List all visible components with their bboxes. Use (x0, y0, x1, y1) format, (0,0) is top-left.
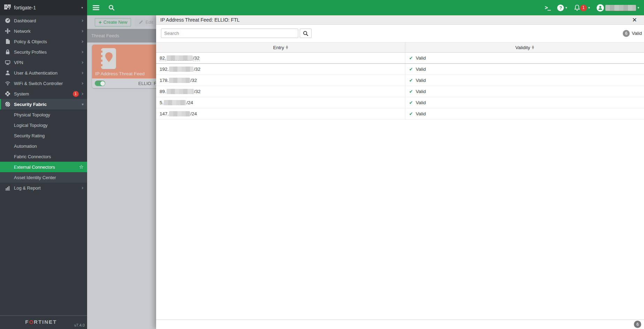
sidebar-item-security-fabric[interactable]: Security Fabric ▾ (0, 99, 87, 109)
table-row[interactable]: 147./24 ✔Valid (156, 108, 644, 120)
sidebar-item-physical-topology[interactable]: Physical Topology (0, 109, 87, 120)
bell-icon (574, 5, 580, 11)
chevron-right-icon: › (82, 39, 84, 44)
sidebar-item-system[interactable]: System 1 › (0, 89, 87, 99)
edit-button[interactable]: Edit (135, 18, 157, 26)
sidebar-item-fabric-connectors[interactable]: Fabric Connectors (0, 151, 87, 162)
threat-feed-type-label: IP Address Threat Feed (95, 71, 145, 76)
sidebar-item-label: Security Rating (14, 133, 45, 138)
chevron-down-icon: ▾ (588, 6, 590, 9)
redacted-ip-segment (169, 67, 193, 72)
sidebar-item-label: User & Authentication (14, 70, 58, 76)
sidebar-item-label: VPN (14, 60, 23, 65)
notifications-menu[interactable]: 1 ▾ (574, 5, 590, 11)
column-header-entry[interactable]: Entry ▲▼ (156, 43, 405, 52)
notification-count-badge: 1 (580, 5, 587, 11)
help-icon: ? (557, 5, 564, 11)
sidebar-item-label: Network (14, 29, 31, 34)
sidebar-item-network[interactable]: Network › (0, 26, 87, 36)
threat-feed-card-top: IP Address Threat Feed (92, 45, 166, 78)
column-header-validity[interactable]: Validity ▲▼ (405, 43, 644, 52)
threat-feed-card-footer: ELLIO: FTL (92, 78, 166, 88)
chevron-right-icon: › (82, 28, 84, 34)
close-icon[interactable]: ✕ (632, 17, 637, 23)
chevron-right-icon: › (82, 185, 84, 191)
topbar: >_ ? ▾ 1 ▾ ▾ (87, 0, 644, 15)
sidebar-item-dashboard[interactable]: Dashboard › (0, 15, 87, 26)
hamburger-menu-icon[interactable] (93, 5, 99, 10)
security-fabric-icon (5, 101, 11, 107)
sidebar-item-user-authentication[interactable]: User & Authentication › (0, 68, 87, 78)
enable-toggle[interactable] (95, 81, 105, 86)
search-input[interactable] (161, 29, 298, 38)
dashboard-icon (5, 18, 11, 23)
panel-title: IP Address Threat Feed: ELLIO: FTL (160, 17, 240, 23)
entry-cell: 5./24 (156, 97, 405, 108)
entry-cell: 82./32 (156, 53, 405, 63)
cli-console-icon[interactable]: >_ (545, 5, 550, 11)
check-icon: ✔ (409, 55, 413, 61)
entry-cell: 147./24 (156, 108, 405, 119)
monitor-icon (5, 60, 11, 65)
redacted-ip-segment (169, 111, 190, 116)
user-icon (5, 70, 11, 76)
chevron-right-icon: › (82, 18, 84, 23)
fortios-app: fortigate-1 ▾ Dashboard › Network › Poli… (0, 0, 644, 329)
search-submit-button[interactable] (300, 29, 312, 38)
favorite-star-icon[interactable]: ☆ (79, 164, 84, 170)
fortinet-logo: FORTINET (25, 319, 57, 325)
pencil-icon (139, 20, 143, 24)
sidebar-item-label: Logical Topology (14, 123, 48, 128)
address-book-pin-icon (98, 48, 116, 69)
chevron-down-icon: ▾ (637, 6, 639, 9)
check-icon: ✔ (409, 67, 413, 72)
threat-feed-card[interactable]: IP Address Threat Feed ELLIO: FTL (92, 45, 166, 88)
sidebar-item-log-report[interactable]: Log & Report › (0, 183, 87, 193)
sidebar-item-security-rating[interactable]: Security Rating (0, 130, 87, 141)
sidebar-item-label: Policy & Objects (14, 39, 47, 44)
user-menu[interactable]: ▾ (597, 4, 639, 12)
system-alert-badge: 1 (73, 91, 79, 97)
sidebar-item-logical-topology[interactable]: Logical Topology (0, 120, 87, 130)
panel-footer: 6 (156, 320, 644, 329)
valid-count-badge: 6 (623, 30, 630, 37)
validity-cell: ✔Valid (405, 75, 644, 86)
sidebar-item-vpn[interactable]: VPN › (0, 57, 87, 68)
sidebar-item-automation[interactable]: Automation (0, 141, 87, 151)
hostname-label: fortigate-1 (14, 5, 36, 10)
validity-cell: ✔Valid (405, 97, 644, 108)
redacted-ip-segment (164, 100, 186, 105)
sidebar-item-security-profiles[interactable]: Security Profiles › (0, 47, 87, 57)
help-menu[interactable]: ? ▾ (557, 5, 567, 11)
firmware-version: v7.4.0 (74, 323, 85, 327)
sort-icon: ▲▼ (532, 45, 534, 49)
sidebar-item-label: Physical Topology (14, 112, 50, 117)
network-icon (5, 28, 11, 34)
edit-label: Edit (145, 20, 153, 25)
table-row[interactable]: 5./24 ✔Valid (156, 97, 644, 108)
sidebar-item-asset-identity-center[interactable]: Asset Identity Center (0, 172, 87, 183)
hostname-selector[interactable]: fortigate-1 ▾ (0, 0, 87, 15)
sidebar-item-label: System (14, 91, 29, 97)
create-new-button[interactable]: + Create New (95, 18, 131, 26)
entry-cell: 178./32 (156, 75, 405, 86)
table-row[interactable]: 82./32 ✔Valid (156, 53, 644, 64)
validity-cell: ✔Valid (405, 86, 644, 97)
validity-cell: ✔Valid (405, 53, 644, 63)
table-row[interactable]: 192./32 ✔Valid (156, 64, 644, 75)
chevron-down-icon: ▾ (565, 6, 567, 9)
threat-feed-entries-panel: IP Address Threat Feed: ELLIO: FTL ✕ 6 V… (156, 15, 644, 329)
table-row[interactable]: 178./32 ✔Valid (156, 75, 644, 86)
sidebar-item-wifi-switch-controller[interactable]: WiFi & Switch Controller › (0, 78, 87, 89)
fortigate-device-icon (4, 5, 11, 11)
table-header: Entry ▲▼ Validity ▲▼ (156, 42, 644, 53)
sidebar-item-external-connectors[interactable]: External Connectors ☆ (0, 162, 87, 172)
redacted-ip-segment (167, 55, 193, 61)
search-icon[interactable] (108, 5, 115, 11)
sidebar-item-policy-objects[interactable]: Policy & Objects › (0, 36, 87, 47)
check-icon: ✔ (409, 111, 413, 116)
plus-icon: + (99, 19, 102, 25)
table-row[interactable]: 89./32 ✔Valid (156, 86, 644, 97)
sidebar-item-label: Dashboard (14, 18, 36, 23)
redacted-ip-segment (169, 78, 190, 83)
